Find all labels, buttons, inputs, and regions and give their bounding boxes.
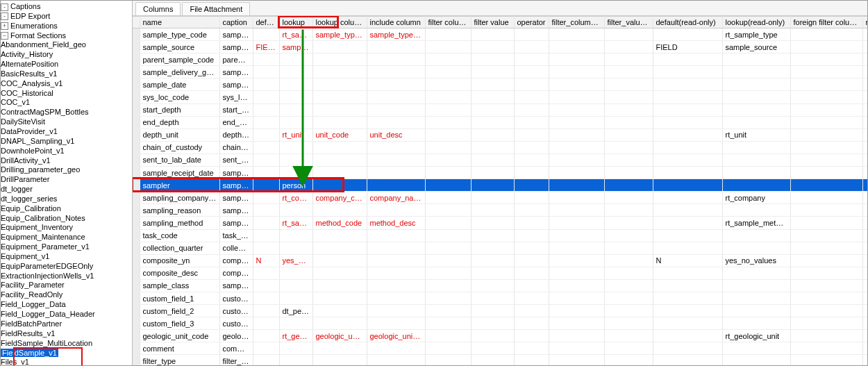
tree-node[interactable]: DrillActivity_v1: [1, 156, 132, 166]
tree-node[interactable]: COC_v1: [1, 98, 132, 108]
table-row[interactable]: custom_field_2custo…dt_perso…: [133, 305, 867, 317]
col-header[interactable]: include column: [367, 17, 425, 28]
table-row[interactable]: sample_datesampl…: [133, 78, 867, 91]
tree-node[interactable]: Drilling_parameter_geo: [1, 165, 132, 175]
col-header[interactable]: caption: [219, 17, 253, 28]
col-header[interactable]: foreign filter column: [790, 17, 862, 28]
table-row[interactable]: sample_classsampl…: [133, 279, 867, 292]
table-row[interactable]: commentcomm…: [133, 342, 867, 355]
tree-node[interactable]: AlternatePosition: [1, 60, 132, 69]
tree-node[interactable]: Format Sections: [10, 31, 66, 40]
table-row[interactable]: parent_sample_codeparent…: [133, 53, 867, 66]
tree-node[interactable]: BasicResults_v1: [1, 69, 132, 79]
table-row[interactable]: geologic_unit_codegeolog…rt_geolo…geolog…: [133, 330, 867, 342]
table-row[interactable]: custom_field_1custo…: [133, 292, 867, 304]
col-header[interactable]: filter_column_2: [549, 17, 604, 28]
tree-node[interactable]: EquipParameterEDGEOnly: [1, 262, 132, 272]
col-header[interactable]: filter value: [471, 17, 514, 28]
col-header[interactable]: lookup(read-only): [722, 17, 790, 28]
col-header[interactable]: operator: [514, 17, 549, 28]
table-row[interactable]: sampling_company_codesampl…rt_comp…compa…: [133, 192, 867, 204]
col-header[interactable]: lookup: [279, 17, 312, 28]
tree-node[interactable]: ContractMagSPM_Bottles: [1, 108, 132, 117]
tree-node[interactable]: EDP Export: [10, 12, 50, 20]
tree-node[interactable]: DailySiteVisit: [1, 117, 132, 127]
table-row[interactable]: filter_typefilter_t…: [133, 355, 867, 365]
table-row[interactable]: sent_to_lab_datesent_t…: [133, 153, 867, 166]
grid[interactable]: namecaptiondefaultlookuplookup columninc…: [133, 16, 867, 365]
tree-toggle-icon[interactable]: −: [1, 32, 8, 40]
tree-toggle-icon[interactable]: -: [1, 3, 8, 11]
tab-file-attachment[interactable]: File Attachment: [182, 2, 250, 15]
table-row[interactable]: chain_of_custodychain_…: [133, 141, 867, 153]
tree-node[interactable]: FieldSample_v1: [1, 348, 132, 358]
tree-node[interactable]: DrillParameter: [1, 175, 132, 185]
tab-columns[interactable]: Columns: [135, 2, 181, 15]
tree-node[interactable]: FieldBatchPartner: [1, 319, 132, 329]
tree-node[interactable]: Captions: [10, 2, 40, 10]
tree-node[interactable]: Equipment_v1: [1, 252, 132, 262]
tabs: ColumnsFile Attachment: [133, 1, 867, 16]
tree-node[interactable]: FieldResults_v1: [1, 329, 132, 339]
col-header[interactable]: default: [253, 17, 279, 28]
tree-node[interactable]: Activity_History: [1, 50, 132, 60]
col-header[interactable]: related filter column: [862, 17, 867, 28]
tree-node[interactable]: Field_Logger_Data_Header: [1, 310, 132, 319]
table-row[interactable]: sampling_reasonsampl…: [133, 204, 867, 217]
tree-node[interactable]: Files_v1: [1, 358, 132, 365]
col-header[interactable]: name: [140, 17, 219, 28]
tree-node[interactable]: DataProvider_v1: [1, 127, 132, 137]
tree-node[interactable]: FieldSample_MultiLocation: [1, 339, 132, 349]
tree-node[interactable]: Equip_Calibration_Notes: [1, 214, 132, 224]
tree-node[interactable]: Equipment_Parameter_v1: [1, 242, 132, 252]
table-row[interactable]: task_codetask_c…: [133, 229, 867, 242]
table-row[interactable]: sampling_methodsampl…rt_sampl…method_cod…: [133, 217, 867, 229]
tree-node[interactable]: Abandonment_Field_geo: [1, 40, 132, 50]
tree-node[interactable]: COC_Historical: [1, 89, 132, 99]
table-row[interactable]: samplersampl…person: [133, 179, 867, 192]
table-row[interactable]: custom_field_3custo…: [133, 317, 867, 330]
tree-node[interactable]: dt_logger_series: [1, 194, 132, 204]
table-row[interactable]: sample_type_codesampl…rt_sampl…sample_ty…: [133, 28, 867, 41]
col-header[interactable]: filter_value_2: [604, 17, 653, 28]
table-row[interactable]: composite_desccompo…: [133, 267, 867, 279]
tree-node[interactable]: Enumerations: [10, 22, 58, 30]
tree-node[interactable]: Equipment_Inventory: [1, 223, 132, 233]
tree-toggle-icon[interactable]: -: [1, 13, 8, 20]
table-row[interactable]: collection_quartercollect…: [133, 242, 867, 254]
table-row[interactable]: sample_sourcesampl…FIELDsample_…FIELDsam…: [133, 41, 867, 53]
tree-node[interactable]: Field_Logger_Data: [1, 300, 132, 310]
tree-node[interactable]: COC_Analysis_v1: [1, 79, 132, 89]
tree-node[interactable]: DownholePoint_v1: [1, 147, 132, 156]
tree-node[interactable]: Equipment_Maintenance: [1, 233, 132, 242]
tree-pane[interactable]: -Captions-EDP Export+Enumerations−Format…: [1, 1, 133, 365]
table-row[interactable]: sample_delivery_groupsampl…: [133, 66, 867, 78]
tree-node[interactable]: Equip_Calibration: [1, 204, 132, 214]
col-header[interactable]: default(read-only): [653, 17, 722, 28]
table-row[interactable]: end_depthend_d…: [133, 116, 867, 128]
tree-node[interactable]: dt_logger: [1, 185, 132, 194]
col-header[interactable]: filter column: [425, 17, 471, 28]
tree-node[interactable]: DNAPL_Sampling_v1: [1, 137, 132, 147]
tree-toggle-icon[interactable]: +: [1, 22, 8, 30]
table-row[interactable]: sys_loc_codesys_lo…: [133, 91, 867, 103]
tree-node[interactable]: Facility_Parameter: [1, 281, 132, 290]
col-header[interactable]: lookup column: [312, 17, 367, 28]
table-row[interactable]: sample_receipt_datesampl…: [133, 167, 867, 179]
tree-node[interactable]: Facility_ReadOnly: [1, 290, 132, 300]
table-row[interactable]: composite_yncompo…Nyes_no_…Nyes_no_value…: [133, 254, 867, 267]
table-row[interactable]: start_depthstart_…: [133, 103, 867, 116]
table-row[interactable]: depth_unitdepth…rt_unitunit_codeunit_des…: [133, 128, 867, 141]
tree-node[interactable]: ExtractionInjectionWells_v1: [1, 272, 132, 281]
